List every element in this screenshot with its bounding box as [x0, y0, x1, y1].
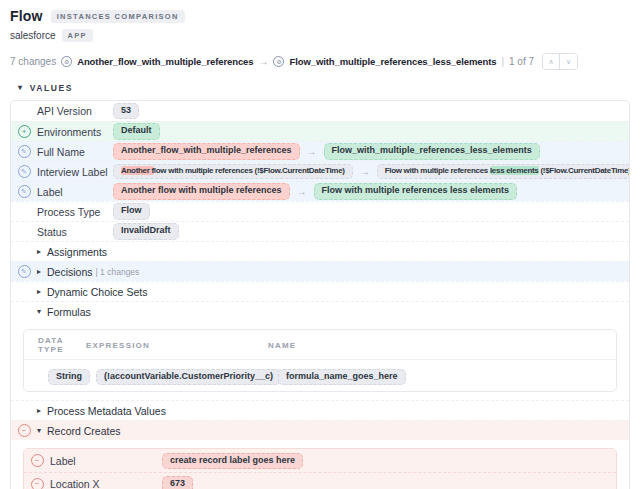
row-label: Environments: [37, 126, 113, 138]
values-section-header[interactable]: ▾ VALUES: [10, 83, 630, 93]
new-value-chip: Flow with multiple references less eleme…: [377, 164, 629, 179]
section-label: Process Metadata Values: [47, 405, 166, 417]
section-row-dynamic-choice-sets[interactable]: ▸ Dynamic Choice Sets: [11, 281, 629, 301]
caret-down-icon: ▾: [37, 426, 41, 435]
row-label: Status: [37, 226, 113, 238]
section-row-process-metadata-values[interactable]: ▸ Process Metadata Values: [11, 400, 629, 420]
position-separator: |: [501, 56, 504, 67]
formulas-table-header: DATA TYPE EXPRESSION NAME: [24, 330, 616, 360]
app-badge: APP: [62, 29, 93, 42]
chevron-down-icon: ∨: [566, 58, 571, 65]
section-changes-count: | 1 changes: [96, 267, 140, 277]
section-label: Dynamic Choice Sets: [47, 286, 147, 298]
table-row: + Environments Default: [11, 121, 629, 141]
table-row: − Label create record label goes here: [24, 449, 616, 472]
row-label: Label: [37, 186, 113, 198]
values-card: API Version 53 + Environments Default ✎ …: [10, 100, 630, 489]
prev-change-button[interactable]: ∧: [543, 54, 560, 69]
table-row: Status InvalidDraft: [11, 221, 629, 241]
header: Flow INSTANCES COMPARISON: [10, 8, 630, 24]
column-header-data-type: DATA TYPE: [24, 336, 86, 354]
caret-right-icon: ▸: [37, 406, 41, 415]
caret-right-icon: ▸: [37, 247, 41, 256]
section-label: Decisions: [47, 266, 93, 278]
data-type-chip: String: [48, 369, 90, 385]
page-title: Flow: [10, 8, 43, 24]
caret-down-icon: ▾: [18, 84, 24, 92]
value-chip: Flow: [113, 203, 150, 219]
table-row: ✎ Interview Label Another flow with mult…: [11, 161, 629, 181]
arrow-right-icon: →: [297, 186, 307, 197]
section-row-record-creates[interactable]: − ▾ Record Creates: [11, 420, 629, 440]
source-flow-name: Another_flow_with_multiple_references: [77, 56, 253, 67]
table-row: API Version 53: [11, 101, 629, 121]
column-header-expression: EXPRESSION: [86, 341, 268, 350]
subtitle-line: salesforce APP: [10, 29, 630, 42]
table-row: Process Type Flow: [11, 201, 629, 221]
name-chip: formula_name_goes_here: [278, 369, 406, 385]
flow-icon: ⚙: [61, 56, 72, 67]
column-header-name: NAME: [268, 341, 616, 350]
new-value-chip: Flow_with_multiple_references_less_eleme…: [324, 143, 540, 159]
section-label: Record Creates: [47, 425, 121, 437]
arrow-right-icon: →: [360, 166, 370, 177]
change-nav-buttons: ∧ ∨: [542, 53, 578, 70]
unchanged-text: (!$Flow.CurrentDateTime): [539, 166, 630, 175]
edit-circle-icon: ✎: [18, 185, 31, 198]
record-creates-card: − Label create record label goes here − …: [23, 448, 617, 489]
old-value-chip: Another flow with multiple references: [113, 183, 290, 199]
formulas-table: DATA TYPE EXPRESSION NAME String (!accou…: [23, 329, 617, 392]
edit-circle-icon: ✎: [18, 265, 31, 278]
position-indicator: 1 of 7: [509, 56, 534, 67]
minus-circle-icon: −: [31, 478, 44, 489]
removed-text: Another f: [121, 166, 154, 175]
flow-icon: ⚙: [273, 56, 284, 67]
changes-nav: 7 changes ⚙ Another_flow_with_multiple_r…: [10, 53, 630, 70]
new-value-chip: Flow with multiple references less eleme…: [314, 183, 518, 199]
caret-down-icon: ▾: [37, 307, 41, 316]
section-row-assignments[interactable]: ▸ Assignments: [11, 241, 629, 261]
minus-circle-icon: −: [31, 454, 44, 467]
old-value-chip: Another flow with multiple references (!…: [113, 164, 353, 179]
value-chip: InvalidDraft: [113, 223, 179, 239]
table-row: − Location X 673: [24, 472, 616, 489]
arrow-right-icon: →: [258, 56, 268, 67]
section-row-formulas[interactable]: ▾ Formulas: [11, 301, 629, 321]
value-chip: 53: [113, 103, 139, 119]
edit-circle-icon: ✎: [18, 145, 31, 158]
unchanged-text: low with multiple references (!$Flow.Cur…: [154, 166, 345, 175]
table-row: ✎ Full Name Another_flow_with_multiple_r…: [11, 141, 629, 161]
row-label: Interview Label: [37, 166, 113, 178]
next-change-button[interactable]: ∨: [560, 54, 577, 69]
row-label: Full Name: [37, 146, 113, 158]
row-label: Label: [50, 455, 162, 467]
arrow-right-icon: →: [307, 146, 317, 157]
table-row: ✎ Label Another flow with multiple refer…: [11, 181, 629, 201]
section-label: Assignments: [47, 246, 107, 258]
edit-circle-icon: ✎: [18, 165, 31, 178]
app-name: salesforce: [10, 30, 56, 41]
values-section-label: VALUES: [30, 83, 73, 93]
old-value-chip: Another_flow_with_multiple_references: [113, 143, 300, 159]
chevron-up-icon: ∧: [548, 58, 553, 65]
caret-right-icon: ▸: [37, 267, 41, 276]
plus-circle-icon: +: [18, 125, 31, 138]
section-row-decisions[interactable]: ✎ ▸ Decisions | 1 changes: [11, 261, 629, 281]
table-row: String (!accountVariable.CustomerPriorit…: [24, 360, 616, 391]
row-label: Location X: [50, 478, 162, 489]
section-label: Formulas: [47, 306, 91, 318]
instances-comparison-badge: INSTANCES COMPARISON: [51, 10, 185, 23]
expression-chip: (!accountVariable.CustomerPriority__c): [96, 369, 281, 385]
value-chip: Default: [113, 123, 160, 139]
value-chip: create record label goes here: [162, 453, 303, 469]
added-text: less elements: [490, 166, 539, 175]
unchanged-text: Flow with multiple references: [385, 166, 490, 175]
minus-circle-icon: −: [18, 424, 31, 437]
row-label: Process Type: [37, 206, 113, 218]
instances-comparison-page: Flow INSTANCES COMPARISON salesforce APP…: [0, 0, 640, 489]
value-chip: 673: [162, 476, 193, 489]
row-label: API Version: [37, 105, 113, 117]
changes-count: 7 changes: [10, 56, 56, 67]
caret-right-icon: ▸: [37, 287, 41, 296]
target-flow-name: Flow_with_multiple_references_less_eleme…: [289, 56, 496, 67]
